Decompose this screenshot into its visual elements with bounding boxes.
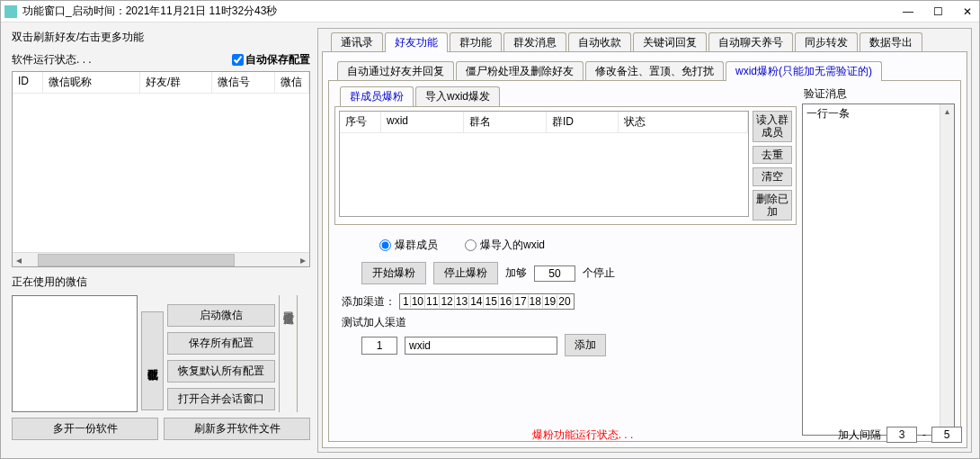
tab-keyword-reply[interactable]: 关键词回复 bbox=[633, 32, 707, 52]
subtab-wxid-bao[interactable]: wxid爆粉(只能加无需验证的) bbox=[726, 61, 882, 81]
radio-import-wxid[interactable]: 爆导入的wxid bbox=[465, 238, 545, 253]
minimize-button[interactable]: — bbox=[903, 5, 917, 18]
tab-sync-forward[interactable]: 同步转发 bbox=[795, 32, 858, 52]
table-body bbox=[13, 94, 309, 252]
verify-textarea[interactable]: 一行一条 ▴ ▾ bbox=[802, 104, 955, 436]
th-wxi[interactable]: 微信 bbox=[275, 72, 309, 93]
panel-tip: 微信窗口点不开点这 bbox=[279, 295, 298, 412]
enough-label: 加够 bbox=[505, 266, 527, 281]
th-rel[interactable]: 好友/群 bbox=[140, 72, 212, 93]
scroll-left-icon[interactable]: ◂ bbox=[13, 254, 25, 266]
th-state[interactable]: 状态 bbox=[619, 112, 748, 132]
table-header: ID 微信昵称 好友/群 微信号 微信 bbox=[13, 72, 309, 94]
enough-label2: 个停止 bbox=[583, 266, 615, 281]
auto-save-input[interactable] bbox=[232, 54, 244, 66]
sub-body: 群成员爆粉 导入wxid爆发 序号 wxid 群名 群ID 状态 bbox=[328, 80, 961, 442]
channel-label: 添加渠道： bbox=[342, 294, 396, 310]
wechat-list-box[interactable] bbox=[12, 295, 138, 412]
main-tab-body: 自动通过好友并回复 僵尸粉处理及删除好友 修改备注、置顶、免打扰 wxid爆粉(… bbox=[322, 51, 967, 448]
bao-status: 爆粉功能运行状态. . . bbox=[327, 428, 838, 443]
download-wechat-button[interactable]: 下载配套微信 bbox=[141, 311, 164, 410]
multi-open-button[interactable]: 多开一份软件 bbox=[12, 418, 158, 440]
tab-group-func[interactable]: 群功能 bbox=[450, 32, 502, 52]
interval-label: 加人间隔 bbox=[838, 428, 881, 443]
window-title: 功能窗口_启动时间：2021年11月21日 11时32分43秒 bbox=[22, 4, 903, 19]
stop-bao-button[interactable]: 停止爆粉 bbox=[433, 262, 498, 284]
th-wxh[interactable]: 微信号 bbox=[212, 72, 275, 93]
interval-max-input[interactable] bbox=[931, 427, 962, 443]
h-scrollbar[interactable]: ◂ ▸ bbox=[13, 252, 309, 266]
left-panel: 双击刷新好友/右击更多功能 软件运行状态. . . 自动保存配置 ID 微信昵称… bbox=[12, 28, 310, 453]
th-nick[interactable]: 微信昵称 bbox=[43, 72, 140, 93]
dedup-button[interactable]: 去重 bbox=[753, 146, 792, 164]
test-channel-label: 测试加人渠道 bbox=[334, 311, 797, 334]
tab-auto-collect[interactable]: 自动收款 bbox=[568, 32, 631, 52]
th-gid[interactable]: 群ID bbox=[547, 112, 619, 132]
subtab-remark[interactable]: 修改备注、置顶、免打扰 bbox=[585, 61, 724, 81]
verify-label: 验证消息 bbox=[802, 86, 955, 104]
verify-scrollbar[interactable]: ▴ ▾ bbox=[940, 104, 954, 435]
test-wxid-input[interactable] bbox=[405, 337, 557, 355]
interval-min-input[interactable] bbox=[886, 427, 917, 443]
th-gname[interactable]: 群名 bbox=[464, 112, 547, 132]
refresh-multi-button[interactable]: 刷新多开软件文件 bbox=[164, 418, 310, 440]
tab-mass-msg[interactable]: 群发消息 bbox=[503, 32, 566, 52]
tab-export[interactable]: 数据导出 bbox=[860, 32, 922, 52]
start-bao-button[interactable]: 开始爆粉 bbox=[361, 262, 426, 284]
innertab-group-bao[interactable]: 群成员爆粉 bbox=[340, 86, 414, 106]
content: 双击刷新好友/右击更多功能 软件运行状态. . . 自动保存配置 ID 微信昵称… bbox=[1, 22, 979, 458]
th-seq[interactable]: 序号 bbox=[340, 112, 381, 132]
scroll-thumb[interactable] bbox=[38, 254, 235, 266]
read-members-button[interactable]: 读入群成员 bbox=[753, 111, 792, 142]
maximize-button[interactable]: ☐ bbox=[933, 5, 947, 18]
enough-count-input[interactable] bbox=[534, 266, 575, 282]
friends-table[interactable]: ID 微信昵称 好友/群 微信号 微信 ◂ ▸ bbox=[12, 71, 310, 267]
close-button[interactable]: ✕ bbox=[963, 5, 976, 18]
main-tabs: 通讯录 好友功能 群功能 群发消息 自动收款 关键词回复 自动聊天养号 同步转发… bbox=[322, 32, 967, 52]
software-status: 软件运行状态. . . bbox=[12, 52, 92, 68]
app-window: 功能窗口_启动时间：2021年11月21日 11时32分43秒 — ☐ ✕ 双击… bbox=[0, 0, 980, 459]
channel-box[interactable]: 11011121314151617181920 bbox=[399, 293, 575, 310]
inner-body: 序号 wxid 群名 群ID 状态 读入群成员 去重 清空 bbox=[334, 106, 797, 225]
sub-tabs: 自动通过好友并回复 僵尸粉处理及删除好友 修改备注、置顶、免打扰 wxid爆粉(… bbox=[328, 61, 961, 81]
innertab-import-bao[interactable]: 导入wxid爆发 bbox=[415, 86, 500, 106]
app-icon bbox=[4, 5, 17, 18]
save-all-config-button[interactable]: 保存所有配置 bbox=[167, 332, 275, 355]
delete-added-button[interactable]: 删除已加 bbox=[753, 190, 792, 221]
th-id[interactable]: ID bbox=[13, 72, 43, 93]
right-panel: 通讯录 好友功能 群功能 群发消息 自动收款 关键词回复 自动聊天养号 同步转发… bbox=[317, 28, 972, 453]
add-button[interactable]: 添加 bbox=[565, 334, 606, 356]
scroll-right-icon[interactable]: ▸ bbox=[297, 254, 309, 266]
tab-contacts[interactable]: 通讯录 bbox=[331, 32, 383, 52]
subtab-auto-pass[interactable]: 自动通过好友并回复 bbox=[337, 61, 454, 81]
restore-default-button[interactable]: 恢复默认所有配置 bbox=[167, 360, 275, 382]
open-merge-window-button[interactable]: 打开合并会话窗口 bbox=[167, 388, 275, 410]
th-wxid[interactable]: wxid bbox=[381, 112, 464, 132]
using-wechat-label: 正在使用的微信 bbox=[12, 267, 310, 293]
test-num-input[interactable] bbox=[361, 337, 397, 355]
start-wechat-button[interactable]: 启动微信 bbox=[167, 304, 275, 327]
clear-button[interactable]: 清空 bbox=[753, 167, 792, 185]
titlebar: 功能窗口_启动时间：2021年11月21日 11时32分43秒 — ☐ ✕ bbox=[1, 1, 979, 22]
hint-text: 双击刷新好友/右击更多功能 bbox=[12, 28, 310, 50]
subtab-zombie[interactable]: 僵尸粉处理及删除好友 bbox=[456, 61, 584, 81]
scroll-up-icon[interactable]: ▴ bbox=[940, 104, 954, 117]
tab-auto-chat[interactable]: 自动聊天养号 bbox=[708, 32, 793, 52]
radio-group-members[interactable]: 爆群成员 bbox=[379, 238, 438, 253]
members-table[interactable]: 序号 wxid 群名 群ID 状态 bbox=[339, 111, 749, 217]
tab-friend-func[interactable]: 好友功能 bbox=[385, 32, 448, 52]
auto-save-checkbox[interactable]: 自动保存配置 bbox=[232, 52, 310, 68]
